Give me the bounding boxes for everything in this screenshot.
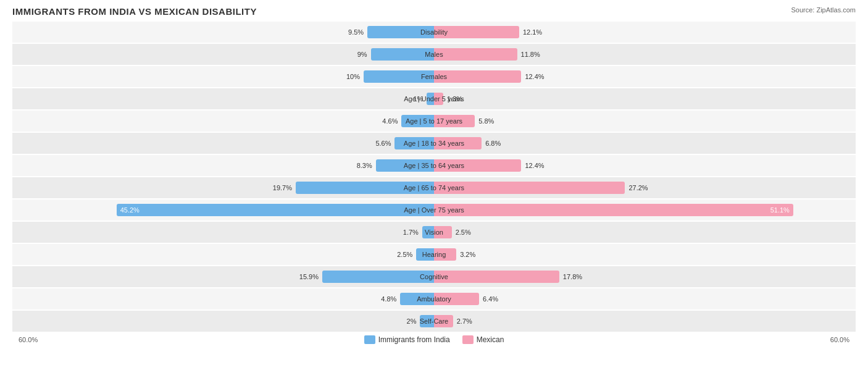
left-side: 4.6% (12, 113, 434, 129)
left-side: 9% (12, 46, 434, 62)
row-inner: 2.5%Hearing3.2% (12, 246, 856, 262)
bar-pink (434, 271, 559, 283)
bar-label-left: 5.6% (367, 140, 391, 147)
row-inner: 8.3%Age | 35 to 64 years12.4% (12, 158, 856, 174)
chart-body: 9.5%Disability12.1%9%Males11.8%10%Female… (12, 22, 856, 332)
right-side: 2.7% (434, 313, 856, 329)
bar-center-label: Hearing (422, 251, 446, 258)
bar-blue (322, 271, 434, 283)
chart-header: IMMIGRANTS FROM INDIA VS MEXICAN DISABIL… (12, 6, 856, 17)
row-inner: 15.9%Cognitive17.8% (12, 269, 856, 285)
bar-center-label: Ambulatory (417, 295, 451, 303)
legend-item-blue: Immigrants from India (364, 335, 450, 344)
bar-label-left: 4.6% (374, 117, 398, 125)
right-side: 5.8% (434, 113, 856, 129)
chart-container: IMMIGRANTS FROM INDIA VS MEXICAN DISABIL… (0, 0, 868, 378)
left-side: 1.7% (12, 224, 434, 240)
bar-center-label: Self-Care (420, 317, 448, 325)
legend: Immigrants from India Mexican (364, 335, 504, 344)
bar-row: 45.2%Age | Over 75 years51.1% (12, 200, 856, 220)
bar-row: 4.8%Ambulatory6.4% (12, 288, 856, 309)
bar-label-right: 12.4% (525, 73, 548, 80)
bar-label-right: 3.2% (460, 251, 483, 258)
chart-source: Source: ZipAtlas.com (791, 6, 856, 14)
bar-pink (434, 48, 517, 61)
legend-label-pink: Mexican (477, 335, 504, 344)
bar-center-label: Females (421, 73, 447, 80)
bar-row: 10%Females12.4% (12, 66, 856, 87)
bar-value-pink: 51.1% (770, 206, 790, 214)
bar-row: 19.7%Age | 65 to 74 years27.2% (12, 177, 856, 198)
bar-label-right: 2.7% (457, 317, 480, 325)
bar-center-label: Age | 5 to 17 years (406, 117, 462, 125)
bar-center-label: Disability (420, 28, 448, 36)
legend-item-pink: Mexican (462, 335, 504, 344)
bar-row: 2%Self-Care2.7% (12, 311, 856, 332)
bar-label-left: 9.5% (340, 28, 364, 36)
bar-row: 9.5%Disability12.1% (12, 22, 856, 43)
right-side: 6.8% (434, 135, 856, 151)
bar-label-right: 27.2% (628, 184, 652, 191)
bar-center-label: Age | 18 to 34 years (404, 140, 464, 147)
bar-label-right: 11.8% (521, 51, 545, 58)
right-side: 11.8% (434, 46, 856, 62)
bar-label-left: 4.8% (373, 295, 396, 303)
bar-pink: 51.1% (434, 204, 793, 216)
right-side: 17.8% (434, 269, 856, 285)
right-side: 2.5% (434, 224, 856, 240)
bar-row: 15.9%Cognitive17.8% (12, 266, 856, 287)
bar-center-label: Age | 35 to 64 years (404, 162, 464, 169)
bar-label-right: 5.8% (478, 117, 502, 125)
right-side: 27.2% (434, 180, 856, 196)
left-side: 1% (12, 91, 434, 107)
row-inner: 4.6%Age | 5 to 17 years5.8% (12, 113, 856, 129)
bar-blue: 45.2% (117, 204, 434, 216)
bar-value-blue: 45.2% (120, 206, 140, 214)
bar-row: 9%Males11.8% (12, 44, 856, 65)
bar-label-left: 19.7% (269, 184, 292, 191)
bar-center-label: Cognitive (420, 273, 448, 280)
row-inner: 10%Females12.4% (12, 69, 856, 85)
bar-label-left: 10% (336, 73, 360, 80)
chart-title: IMMIGRANTS FROM INDIA VS MEXICAN DISABIL… (12, 6, 257, 17)
row-inner: 4.8%Ambulatory6.4% (12, 291, 856, 307)
left-side: 15.9% (12, 269, 434, 285)
bar-center-label: Vision (425, 229, 443, 236)
row-inner: 9%Males11.8% (12, 46, 856, 62)
row-inner: 19.7%Age | 65 to 74 years27.2% (12, 180, 856, 196)
row-inner: 1%Age | Under 5 years1.3% (12, 91, 856, 107)
right-side: 51.1% (434, 202, 856, 218)
bar-center-label: Males (425, 51, 443, 58)
bar-row: 4.6%Age | 5 to 17 years5.8% (12, 111, 856, 132)
bar-row: 5.6%Age | 18 to 34 years6.8% (12, 133, 856, 154)
left-side: 5.6% (12, 135, 434, 151)
bar-row: 2.5%Hearing3.2% (12, 244, 856, 265)
bar-label-right: 12.4% (525, 162, 548, 169)
bar-label-left: 2.5% (389, 251, 412, 258)
row-inner: 1.7%Vision2.5% (12, 224, 856, 240)
legend-label-blue: Immigrants from India (378, 335, 450, 344)
row-inner: 9.5%Disability12.1% (12, 24, 856, 40)
bar-label-right: 12.1% (523, 28, 546, 36)
bar-label-left: 1.7% (395, 229, 419, 236)
bar-center-label: Age | Under 5 years (404, 95, 464, 103)
left-side: 9.5% (12, 24, 434, 40)
left-side: 45.2% (12, 202, 434, 218)
legend-swatch-pink (462, 335, 474, 344)
left-side: 10% (12, 69, 434, 85)
row-inner: 5.6%Age | 18 to 34 years6.8% (12, 135, 856, 151)
right-side: 12.4% (434, 69, 856, 85)
bar-center-label: Age | 65 to 74 years (404, 184, 464, 191)
bar-row: 1%Age | Under 5 years1.3% (12, 88, 856, 109)
x-axis-left: 60.0% (19, 336, 38, 343)
left-side: 4.8% (12, 291, 434, 307)
bar-label-right: 2.5% (456, 229, 479, 236)
row-inner: 2%Self-Care2.7% (12, 313, 856, 329)
bar-pink (434, 70, 521, 83)
chart-footer: 60.0% Immigrants from India Mexican 60.0… (12, 335, 856, 344)
right-side: 3.2% (434, 246, 856, 262)
bar-row: 1.7%Vision2.5% (12, 222, 856, 243)
bar-label-left: 8.3% (349, 162, 372, 169)
bar-label-right: 6.8% (485, 140, 509, 147)
bar-label-left: 2% (393, 317, 416, 325)
